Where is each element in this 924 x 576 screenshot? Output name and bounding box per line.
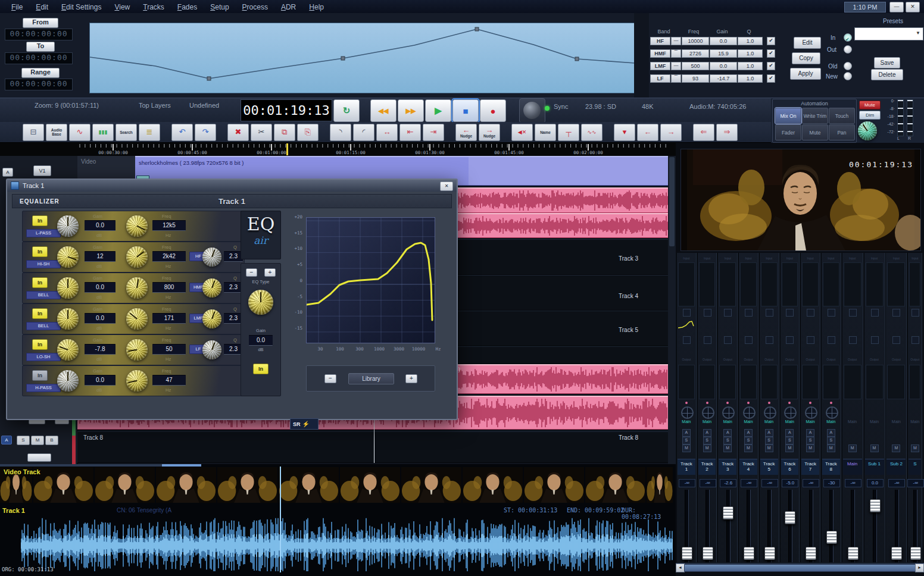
strip-insert-slot-2[interactable]	[704, 336, 711, 344]
menu-item-view[interactable]: View	[108, 3, 136, 11]
eq-band-6-gain-knob[interactable]	[57, 370, 79, 392]
eq-band-4-freq-knob[interactable]	[126, 308, 148, 330]
edit-button[interactable]: Edit	[794, 37, 821, 49]
audio-overview-waveform[interactable]	[21, 514, 673, 571]
strip-insert-slot-2[interactable]	[828, 336, 835, 344]
eq-band-1-freq-field[interactable]: 12k5	[152, 220, 186, 231]
band-q-lf[interactable]: 1.0	[738, 74, 763, 83]
record-button[interactable]: ●	[480, 99, 506, 122]
fader-track-6[interactable]	[785, 511, 795, 524]
sr-plugin-badge[interactable]: SR ⚡	[290, 418, 319, 430]
strip-insert-slot-2[interactable]	[766, 336, 773, 344]
eq-band-4-gain-field[interactable]: 0.0	[85, 313, 116, 324]
strip-m-button[interactable]: M	[765, 444, 773, 452]
strip-name[interactable]: S	[909, 459, 921, 475]
cut-button[interactable]: ✂	[251, 124, 272, 141]
track8-level-button[interactable]	[27, 453, 51, 462]
strip-name[interactable]: Track4	[739, 459, 757, 475]
band-shape-hmf-icon[interactable]: ⌒	[671, 49, 681, 58]
eq-band-5-freq-field[interactable]: 50	[152, 344, 186, 355]
strip-insert-slot-2[interactable]	[871, 336, 879, 344]
save-button[interactable]: Save	[874, 57, 900, 68]
strip-insert-slot-1[interactable]	[892, 309, 900, 317]
edit-vertical-scrollbar[interactable]	[668, 156, 676, 464]
strip-gain-value[interactable]: -∞	[700, 479, 716, 487]
strip-insert-slot-2[interactable]	[849, 336, 857, 344]
band-freq-lf[interactable]: 93	[682, 74, 709, 83]
strip-m-button[interactable]: M	[682, 444, 691, 452]
eq-band-6-freq-field[interactable]: 47	[152, 375, 186, 386]
automation-mix-on-button[interactable]: Mix On	[775, 108, 801, 124]
strip-insert-slot-2[interactable]	[724, 336, 732, 344]
fader-track-8[interactable]	[826, 531, 837, 544]
library-button[interactable]: Library	[348, 373, 394, 384]
strip-a-button[interactable]: A	[682, 429, 691, 437]
overview-playhead[interactable]	[280, 467, 281, 572]
strip-insert-slot-1[interactable]	[828, 309, 835, 317]
band-name-lmf[interactable]: LMF	[650, 62, 670, 70]
strip-s-button[interactable]: S	[785, 437, 794, 444]
strip-s-button[interactable]: S	[682, 437, 691, 444]
pan-knob-4[interactable]	[743, 406, 756, 419]
menu-item-process[interactable]: Process	[236, 3, 274, 11]
strip-s-button[interactable]: S	[744, 437, 753, 444]
out-radio[interactable]	[844, 45, 852, 54]
eq-band-2-q-knob[interactable]	[202, 248, 221, 267]
trim-tail-button[interactable]: ⇥	[423, 124, 444, 141]
eq-band-5-in-button[interactable]: In	[32, 339, 48, 350]
jog-wheel[interactable]	[519, 98, 545, 123]
strip-m-button[interactable]: M	[806, 444, 814, 452]
track-8-row[interactable]: Track 8 Track 8	[77, 431, 668, 463]
strip-name[interactable]: Main	[843, 459, 862, 475]
eq-band-3-gain-knob[interactable]	[57, 277, 79, 299]
eq-band-4-freq-field[interactable]: 171	[152, 313, 186, 324]
name-button[interactable]: Name	[535, 124, 556, 141]
eq-band-1-gain-field[interactable]: 0.0	[85, 220, 116, 231]
strip-m-button[interactable]: M	[892, 444, 900, 452]
eq-band-2-gain-field[interactable]: 12	[85, 251, 116, 262]
strip-insert-slot-1[interactable]	[745, 309, 753, 317]
strip-name[interactable]: Track5	[760, 459, 778, 475]
nudge-right-button[interactable]: →Nudge	[479, 124, 500, 141]
strip-gain-value[interactable]: -∞	[845, 479, 861, 487]
copy-button[interactable]: ⧉	[274, 124, 295, 141]
fader-main[interactable]	[848, 547, 859, 560]
copy-button[interactable]: Copy	[792, 52, 820, 64]
eq-band-5-q-knob[interactable]	[202, 340, 221, 359]
track-marker-button[interactable]: ┬	[558, 124, 579, 141]
band-enable-hmf-checkbox[interactable]: ✔	[767, 49, 775, 58]
strip-m-button[interactable]: M	[911, 444, 919, 452]
marker-add-button[interactable]: ▾	[614, 124, 635, 141]
video-overview-strip[interactable]	[0, 464, 676, 505]
new-radio[interactable]	[844, 72, 852, 80]
strip-s-button[interactable]: S	[827, 437, 835, 444]
eq-band-6-freq-knob[interactable]	[126, 370, 148, 392]
strip-name[interactable]: Track1	[678, 459, 695, 475]
mute-button[interactable]: Mute	[859, 101, 881, 109]
play-button[interactable]: ▶	[425, 99, 451, 122]
minimize-button[interactable]: —	[889, 2, 904, 12]
eq-overview-display[interactable]	[89, 23, 635, 93]
eq-display-button[interactable]: ≣	[139, 124, 160, 141]
band-enable-hf-checkbox[interactable]: ✔	[767, 37, 775, 45]
band-freq-hf[interactable]: 10000	[682, 37, 709, 45]
eq-band-1-in-button[interactable]: In	[32, 215, 48, 226]
eq-band-6-in-button[interactable]: In	[32, 370, 48, 381]
marker-prev-button[interactable]: ←	[637, 124, 658, 141]
strip-gain-value[interactable]: -∞	[679, 479, 695, 487]
strip-insert-slot-1[interactable]	[911, 309, 919, 317]
strip-m-button[interactable]: M	[723, 444, 732, 452]
menu-item-file[interactable]: File	[5, 3, 29, 11]
strip-gain-value[interactable]: -5.0	[782, 479, 798, 487]
band-q-hmf[interactable]: 1.0	[738, 49, 763, 58]
to-field[interactable]: 00:00:00:00	[5, 52, 73, 64]
fader-track-1[interactable]	[682, 547, 692, 560]
band-shape-hf-icon[interactable]: —	[671, 37, 681, 45]
eq-master-knob[interactable]	[248, 290, 273, 315]
strip-insert-slot-1[interactable]	[786, 309, 794, 317]
band-shape-lmf-icon[interactable]: —	[671, 62, 681, 70]
eq-master-in-button[interactable]: In	[253, 364, 269, 374]
strip-insert-slot-1[interactable]	[871, 309, 879, 317]
apply-button[interactable]: Apply	[790, 68, 821, 80]
mode-indicator[interactable]: Undefined	[189, 102, 219, 109]
